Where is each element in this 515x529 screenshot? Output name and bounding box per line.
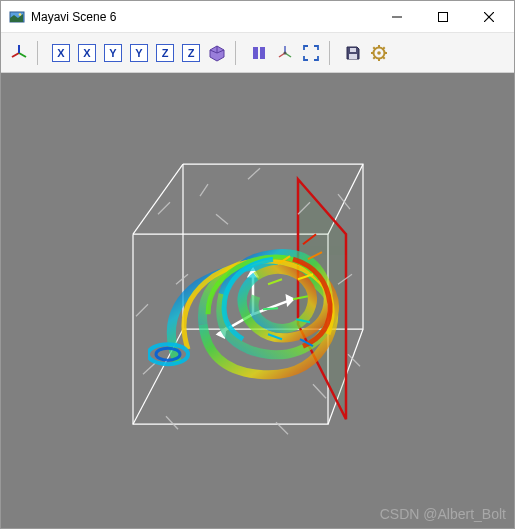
watermark-text: CSDN @Albert_Bolt	[380, 506, 506, 522]
scene-3d	[88, 124, 428, 464]
titlebar: Mayavi Scene 6	[1, 1, 514, 33]
orientation-triad-icon[interactable]	[7, 41, 31, 65]
window-title: Mayavi Scene 6	[31, 10, 374, 24]
window-controls	[374, 1, 512, 32]
fullscreen-button[interactable]	[299, 41, 323, 65]
svg-line-50	[248, 168, 260, 179]
svg-line-56	[303, 234, 316, 244]
view-plus-y-button[interactable]: Y	[101, 41, 125, 65]
view-plus-x-button[interactable]: X	[49, 41, 73, 65]
configure-scene-button[interactable]	[367, 41, 391, 65]
toolbar-separator	[329, 41, 335, 65]
svg-line-30	[373, 56, 375, 58]
maximize-button[interactable]	[420, 1, 466, 32]
isometric-view-button[interactable]	[205, 41, 229, 65]
axis-label: Z	[156, 44, 174, 62]
view-minus-x-button[interactable]: X	[75, 41, 99, 65]
axis-label: X	[78, 44, 96, 62]
svg-line-57	[308, 252, 322, 259]
toolbar: X X Y Y Z Z	[1, 33, 514, 73]
svg-rect-19	[349, 54, 357, 59]
toolbar-separator	[37, 41, 43, 65]
app-icon	[9, 9, 25, 25]
view-minus-z-button[interactable]: Z	[179, 41, 203, 65]
axis-label: Y	[130, 44, 148, 62]
svg-line-27	[373, 47, 375, 49]
app-window: Mayavi Scene 6 X X Y Y Z Z	[0, 0, 515, 529]
close-button[interactable]	[466, 1, 512, 32]
svg-point-22	[377, 51, 381, 55]
view-minus-y-button[interactable]: Y	[127, 41, 151, 65]
svg-line-64	[263, 308, 278, 309]
svg-line-51	[166, 416, 178, 429]
svg-line-48	[136, 304, 148, 316]
render-viewport[interactable]: CSDN @Albert_Bolt	[1, 73, 514, 528]
svg-point-18	[284, 51, 287, 54]
svg-line-7	[19, 53, 26, 57]
svg-rect-3	[439, 12, 448, 21]
svg-point-1	[19, 13, 22, 16]
svg-line-28	[383, 56, 385, 58]
svg-line-6	[12, 53, 19, 57]
svg-rect-20	[350, 48, 356, 52]
view-plus-z-button[interactable]: Z	[153, 41, 177, 65]
save-scene-button[interactable]	[341, 41, 365, 65]
axis-label: Z	[182, 44, 200, 62]
streamlines	[148, 184, 368, 404]
parallel-projection-button[interactable]	[247, 41, 271, 65]
svg-rect-14	[260, 47, 265, 59]
svg-line-59	[293, 296, 308, 299]
axis-label: X	[52, 44, 70, 62]
toggle-axes-button[interactable]	[273, 41, 297, 65]
svg-rect-13	[253, 47, 258, 59]
svg-line-63	[268, 279, 282, 284]
svg-line-29	[383, 47, 385, 49]
axis-label: Y	[104, 44, 122, 62]
minimize-button[interactable]	[374, 1, 420, 32]
toolbar-separator	[235, 41, 241, 65]
